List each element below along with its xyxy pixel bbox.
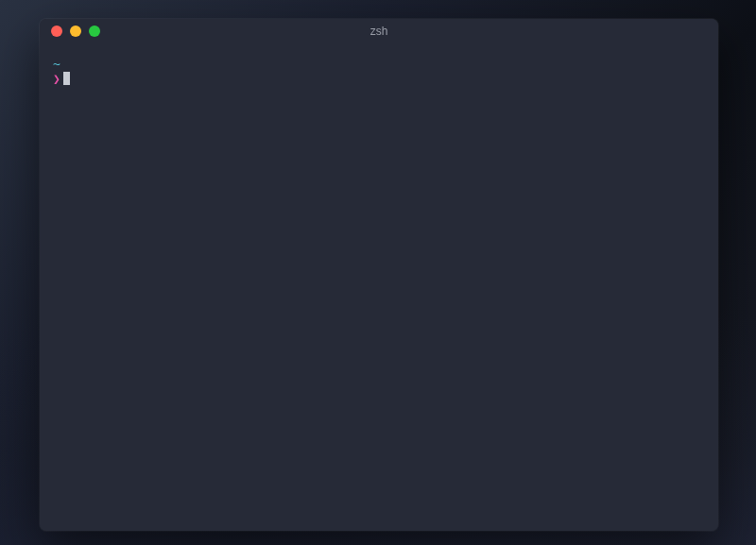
minimize-icon[interactable] [70, 26, 81, 37]
cwd-text: ~ [53, 57, 60, 71]
prompt-symbol: ❯ [53, 72, 60, 86]
traffic-lights [40, 26, 100, 37]
window-title: zsh [40, 25, 718, 38]
terminal-window: zsh ~ ❯ [40, 19, 718, 531]
terminal-body[interactable]: ~ ❯ [40, 43, 718, 531]
maximize-icon[interactable] [89, 26, 100, 37]
window-titlebar[interactable]: zsh [40, 19, 718, 43]
prompt-line[interactable]: ❯ [53, 72, 705, 87]
cwd-line: ~ [53, 57, 705, 72]
cursor-block [63, 72, 70, 85]
close-icon[interactable] [51, 26, 62, 37]
